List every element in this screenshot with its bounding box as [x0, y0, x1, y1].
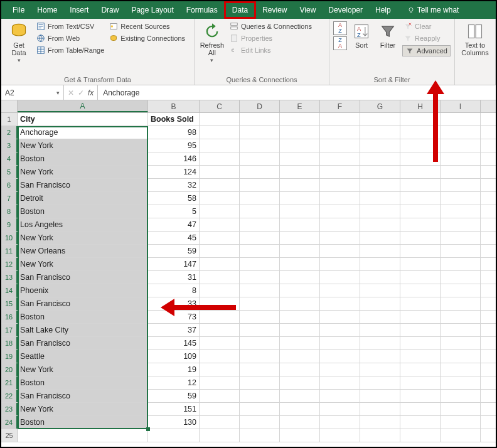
cell[interactable] — [441, 232, 481, 244]
cell[interactable] — [280, 218, 320, 231]
cell[interactable] — [320, 363, 360, 376]
sort-ascending-button[interactable]: AZ — [333, 21, 347, 35]
row-header[interactable]: 4 — [1, 152, 18, 165]
cell[interactable] — [200, 218, 240, 231]
cell[interactable] — [200, 179, 240, 191]
cell[interactable] — [360, 179, 400, 191]
row-header[interactable]: 6 — [1, 179, 18, 191]
cell[interactable] — [320, 258, 360, 270]
cell[interactable] — [320, 139, 360, 152]
cell[interactable] — [441, 363, 481, 376]
tab-draw[interactable]: Draw — [95, 1, 125, 19]
row-header[interactable]: 18 — [1, 337, 18, 349]
cell[interactable] — [240, 363, 280, 376]
recent-sources-button[interactable]: Recent Sources — [108, 21, 186, 31]
row-header[interactable]: 2 — [1, 126, 18, 139]
cell[interactable] — [360, 324, 400, 336]
cell[interactable] — [240, 324, 280, 336]
cell[interactable]: 146 — [148, 152, 200, 165]
col-header-D[interactable]: D — [240, 100, 280, 112]
cell[interactable] — [200, 152, 240, 165]
cell[interactable]: San Francisco — [18, 337, 148, 349]
row-header[interactable]: 24 — [1, 416, 18, 429]
cell[interactable] — [400, 218, 441, 231]
cell[interactable] — [280, 337, 320, 349]
cell[interactable] — [360, 258, 400, 270]
cell[interactable] — [441, 324, 481, 336]
cell[interactable] — [400, 192, 441, 205]
tab-home[interactable]: Home — [31, 1, 63, 19]
cell[interactable] — [240, 390, 280, 402]
cell[interactable] — [441, 429, 481, 442]
cell[interactable] — [320, 166, 360, 178]
cell[interactable] — [200, 271, 240, 284]
cell[interactable] — [400, 245, 441, 257]
cell[interactable] — [240, 297, 280, 310]
cell[interactable]: 109 — [148, 350, 200, 363]
cell[interactable] — [400, 139, 441, 152]
row-header[interactable]: 9 — [1, 218, 18, 231]
cell[interactable] — [360, 337, 400, 349]
cell[interactable] — [240, 232, 280, 244]
cell[interactable] — [360, 113, 400, 125]
cell[interactable] — [320, 403, 360, 415]
cell[interactable]: 151 — [148, 403, 200, 415]
cell[interactable]: 58 — [148, 192, 200, 205]
cell[interactable] — [360, 232, 400, 244]
cell[interactable] — [240, 350, 280, 363]
cell[interactable] — [400, 232, 441, 244]
cell[interactable] — [400, 205, 441, 218]
cell[interactable]: Salt Lake City — [18, 324, 148, 336]
row-header[interactable]: 23 — [1, 403, 18, 415]
row-header[interactable]: 17 — [1, 324, 18, 336]
cell[interactable] — [200, 363, 240, 376]
row-header[interactable]: 10 — [1, 232, 18, 244]
cell[interactable] — [320, 271, 360, 284]
row-header[interactable]: 3 — [1, 139, 18, 152]
cell[interactable]: 145 — [148, 337, 200, 349]
cell[interactable]: New York — [18, 258, 148, 270]
cell[interactable] — [320, 284, 360, 297]
tab-view[interactable]: View — [294, 1, 323, 19]
cell[interactable]: San Francisco — [18, 179, 148, 191]
col-header-F[interactable]: F — [320, 100, 360, 112]
cell[interactable]: New York — [18, 139, 148, 152]
tab-developer[interactable]: Developer — [322, 1, 369, 19]
cell[interactable] — [280, 152, 320, 165]
cell[interactable]: 31 — [148, 271, 200, 284]
cell[interactable]: 95 — [148, 139, 200, 152]
cell[interactable]: Books Sold — [148, 113, 200, 125]
cell[interactable] — [200, 324, 240, 336]
cell[interactable] — [441, 337, 481, 349]
get-data-button[interactable]: Get Data ▾ — [5, 21, 33, 64]
cell[interactable]: 33 — [148, 297, 200, 310]
cell[interactable] — [280, 113, 320, 125]
row-header[interactable]: 21 — [1, 376, 18, 389]
row-header[interactable]: 12 — [1, 258, 18, 270]
cell[interactable]: Boston — [18, 311, 148, 323]
sort-button[interactable]: AZ Sort — [350, 21, 373, 49]
cell[interactable] — [200, 311, 240, 323]
cell[interactable]: Boston — [18, 205, 148, 218]
cell[interactable] — [441, 390, 481, 402]
cell[interactable] — [441, 166, 481, 178]
cell[interactable] — [280, 166, 320, 178]
cell[interactable] — [441, 245, 481, 257]
cell[interactable] — [200, 350, 240, 363]
tab-formulas[interactable]: Formulas — [180, 1, 224, 19]
cell[interactable] — [280, 205, 320, 218]
tab-file[interactable]: File — [6, 1, 31, 19]
cell[interactable]: 19 — [148, 363, 200, 376]
cell[interactable]: San Francisco — [18, 271, 148, 284]
cell[interactable] — [240, 152, 280, 165]
cell[interactable] — [200, 403, 240, 415]
cell[interactable] — [200, 126, 240, 139]
formula-input[interactable]: Anchorage — [98, 85, 496, 100]
cell[interactable] — [200, 245, 240, 257]
cell[interactable]: 37 — [148, 324, 200, 336]
cell[interactable] — [240, 403, 280, 415]
cell[interactable] — [280, 126, 320, 139]
cell[interactable] — [320, 324, 360, 336]
cell[interactable] — [400, 284, 441, 297]
cell[interactable] — [320, 350, 360, 363]
